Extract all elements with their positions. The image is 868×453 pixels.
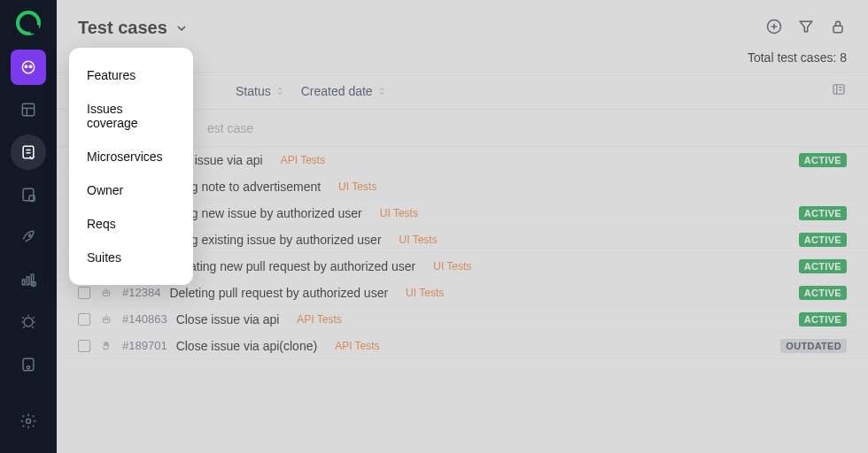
total-count: 8 xyxy=(840,50,847,65)
row-tag: API Tests xyxy=(335,340,379,352)
view-selector[interactable]: Test cases xyxy=(78,18,189,38)
sort-icon xyxy=(376,86,387,96)
svg-line-22 xyxy=(23,326,25,328)
column-status[interactable]: Status xyxy=(236,84,285,98)
row-name: ng new issue by authorized user xyxy=(184,206,362,220)
row-tag: API Tests xyxy=(297,313,341,326)
filter-button[interactable] xyxy=(797,18,815,38)
nav-plans-icon[interactable] xyxy=(11,177,46,212)
dropdown-item-reqs[interactable]: Reqs xyxy=(69,207,193,241)
table-row[interactable]: #189701Close issue via api(clone)API Tes… xyxy=(57,333,868,359)
status-badge: ACTIVE xyxy=(799,312,847,326)
svg-point-26 xyxy=(27,419,31,424)
add-button[interactable] xyxy=(765,18,783,38)
svg-line-18 xyxy=(22,317,24,319)
svg-rect-13 xyxy=(27,277,29,285)
page-title: Test cases xyxy=(78,18,167,38)
column-created[interactable]: Created date xyxy=(301,84,387,98)
row-id: #189701 xyxy=(122,339,167,352)
svg-point-67 xyxy=(105,292,105,293)
view-dropdown: Features Issues coverage Microservices O… xyxy=(69,48,193,285)
svg-point-74 xyxy=(107,319,108,319)
nav-analytics-icon[interactable] xyxy=(11,262,46,297)
row-name: Close issue via api xyxy=(176,312,280,326)
row-tag: UI Tests xyxy=(433,260,471,273)
nav-envs-icon[interactable] xyxy=(11,347,46,382)
svg-rect-31 xyxy=(833,26,842,32)
row-checkbox[interactable] xyxy=(78,340,90,352)
new-placeholder: est case xyxy=(207,121,253,135)
svg-point-73 xyxy=(105,319,105,319)
topbar: Test cases xyxy=(57,0,868,47)
nav-dashboard-icon[interactable] xyxy=(11,92,46,127)
app-sidebar xyxy=(0,0,57,453)
row-name: ng note to advertisement xyxy=(184,180,321,194)
automation-icon xyxy=(99,287,113,299)
row-tag: API Tests xyxy=(281,154,325,166)
svg-rect-9 xyxy=(23,188,34,200)
dropdown-item-owner[interactable]: Owner xyxy=(69,173,193,207)
svg-line-23 xyxy=(32,326,34,328)
nav-project-icon[interactable] xyxy=(11,50,46,85)
table-row[interactable]: #140863Close issue via apiAPI TestsACTIV… xyxy=(57,306,868,333)
dropdown-item-microservices[interactable]: Microservices xyxy=(69,140,193,173)
hand-icon xyxy=(99,340,113,352)
dropdown-item-suites[interactable]: Suites xyxy=(69,241,193,274)
svg-point-25 xyxy=(27,366,29,369)
chevron-down-icon xyxy=(174,21,189,35)
status-badge: ACTIVE xyxy=(799,153,847,167)
svg-rect-72 xyxy=(104,317,110,322)
status-badge: ACTIVE xyxy=(799,286,847,300)
total-label: Total test cases: xyxy=(748,50,836,65)
dropdown-item-features[interactable]: Features xyxy=(69,58,193,92)
svg-point-0 xyxy=(22,61,34,73)
app-logo xyxy=(16,11,41,35)
dropdown-item-issues[interactable]: Issues coverage xyxy=(69,92,193,140)
row-name: Creating new pull request by authorized … xyxy=(169,259,415,273)
lock-button[interactable] xyxy=(829,18,847,38)
row-tag: UI Tests xyxy=(406,287,444,299)
row-name: e issue via api xyxy=(184,153,263,167)
status-badge: ACTIVE xyxy=(799,233,847,247)
row-id: #12384 xyxy=(122,286,160,299)
row-checkbox[interactable] xyxy=(78,287,90,299)
row-tag: UI Tests xyxy=(338,180,376,193)
row-name: ng existing issue by authorized user xyxy=(184,233,382,247)
svg-point-11 xyxy=(28,234,31,237)
columns-config-icon[interactable] xyxy=(831,81,847,100)
svg-rect-6 xyxy=(23,146,34,157)
svg-rect-66 xyxy=(104,290,110,296)
nav-defects-icon[interactable] xyxy=(11,304,46,340)
status-badge: ACTIVE xyxy=(799,259,847,273)
nav-settings-icon[interactable] xyxy=(11,403,46,439)
svg-point-1 xyxy=(25,65,27,68)
svg-point-68 xyxy=(107,292,108,293)
svg-rect-12 xyxy=(22,280,25,285)
status-badge: ACTIVE xyxy=(799,206,847,220)
svg-rect-3 xyxy=(22,104,34,115)
status-badge: OUTDATED xyxy=(780,339,847,353)
sort-icon xyxy=(275,86,285,96)
row-id: #140863 xyxy=(122,312,167,326)
svg-point-16 xyxy=(24,318,33,326)
row-name: Close issue via api(clone) xyxy=(176,339,318,353)
row-tag: UI Tests xyxy=(380,207,418,219)
svg-point-2 xyxy=(29,65,32,68)
row-checkbox[interactable] xyxy=(78,313,90,326)
svg-rect-32 xyxy=(833,85,844,95)
row-name: Deleting pull request by authorized user xyxy=(169,286,388,300)
svg-marker-30 xyxy=(800,21,811,32)
nav-launches-icon[interactable] xyxy=(11,219,46,255)
svg-line-19 xyxy=(33,317,35,319)
nav-testcases-icon[interactable] xyxy=(11,134,46,170)
row-tag: UI Tests xyxy=(399,234,438,246)
top-actions xyxy=(765,18,847,38)
automation-icon xyxy=(99,313,113,326)
